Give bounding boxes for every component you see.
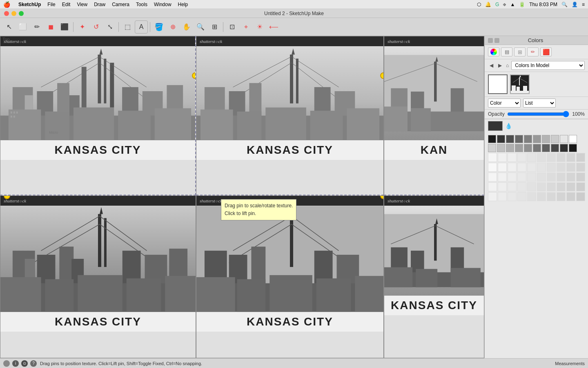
empty-swatch	[488, 182, 497, 191]
menu-list-icon[interactable]: ≡	[582, 2, 585, 7]
tile-5: shutterstock	[196, 195, 384, 358]
color-crayon-btn[interactable]: ✏	[527, 47, 539, 56]
opacity-slider[interactable]	[507, 112, 569, 117]
push-pull-tool[interactable]: ⬛	[58, 20, 71, 34]
home-icon[interactable]: ⌂	[505, 62, 510, 69]
zoom-tool[interactable]: 🔍	[194, 20, 207, 34]
swatch-1-7[interactable]	[551, 144, 559, 152]
color-wheel-btn[interactable]	[488, 47, 499, 56]
empty-swatch	[508, 163, 517, 172]
swatch-white[interactable]	[488, 74, 508, 94]
move-tool[interactable]: ✦	[76, 20, 89, 34]
paint-bucket-tool[interactable]: 🪣	[152, 20, 165, 34]
color-source-select[interactable]: Colors In ModelBrick and CladdingCarpet …	[511, 61, 585, 70]
empty-swatch	[498, 163, 507, 172]
eraser-tool[interactable]: ⬜	[16, 20, 29, 34]
empty-swatch	[566, 163, 575, 172]
apple-menu[interactable]: 🍎	[3, 1, 10, 8]
nav-forward-arrow[interactable]: ▶	[497, 62, 503, 69]
color-paint-btn[interactable]: 🟥	[540, 47, 552, 56]
sliders-icon: ▤	[505, 49, 509, 55]
orbit-tool[interactable]: ⊕	[166, 20, 179, 34]
menu-window[interactable]: Window	[154, 2, 172, 7]
empty-swatch	[517, 182, 526, 191]
swatch-1-6[interactable]	[542, 144, 550, 152]
menu-file[interactable]: File	[47, 2, 55, 7]
pin-top-right-1[interactable]	[192, 72, 196, 79]
rotate-tool[interactable]: ↺	[89, 20, 102, 34]
swatch-0-3[interactable]	[515, 135, 523, 143]
swatch-skyline[interactable]	[510, 74, 530, 94]
empty-swatch	[527, 163, 536, 172]
panel-min-btn[interactable]	[494, 38, 499, 43]
swatch-0-0[interactable]	[488, 135, 496, 143]
camera-prev-tool[interactable]: ⟵	[267, 20, 280, 34]
svg-rect-95	[196, 277, 235, 312]
menu-sketchup[interactable]: SketchUp	[18, 2, 41, 7]
swatch-0-5[interactable]	[533, 135, 541, 143]
swatch-1-0[interactable]	[488, 144, 496, 152]
swatch-1-2[interactable]	[506, 144, 514, 152]
swatch-0-9[interactable]	[569, 135, 577, 143]
maximize-button[interactable]	[19, 11, 24, 16]
swatch-1-5[interactable]	[533, 144, 541, 152]
menu-help[interactable]: Help	[178, 2, 188, 7]
text-tool[interactable]: A	[135, 20, 148, 34]
tape-tool[interactable]: ⬚	[121, 20, 134, 34]
list-type-select[interactable]: List	[523, 99, 556, 108]
menu-user-icon[interactable]: 👤	[572, 2, 578, 7]
pan-tool[interactable]: ✋	[180, 20, 193, 34]
swatch-0-1[interactable]	[497, 135, 505, 143]
svg-rect-48	[347, 108, 379, 140]
swatch-1-1[interactable]	[497, 144, 505, 152]
panel-close-btn[interactable]	[488, 38, 493, 43]
status-icon-circle	[3, 360, 10, 367]
swatch-1-8[interactable]	[560, 144, 568, 152]
swatch-0-8[interactable]	[560, 135, 568, 143]
axes-tool[interactable]: ⌖	[239, 20, 252, 34]
menu-draw[interactable]: Draw	[94, 2, 105, 7]
tile-6-city: KANSAS CITY	[384, 296, 484, 315]
menu-tools[interactable]: Tools	[136, 2, 147, 7]
swatch-1-3[interactable]	[515, 144, 523, 152]
svg-rect-120	[511, 91, 530, 94]
crayon-icon: ✏	[531, 49, 535, 55]
svg-rect-44	[200, 110, 233, 140]
color-wheel-icon	[490, 49, 497, 55]
menu-search-icon[interactable]: 🔍	[561, 2, 568, 7]
menu-edit[interactable]: Edit	[62, 2, 71, 7]
shadows-tool[interactable]: ☀	[253, 20, 266, 34]
swatch-0-4[interactable]	[524, 135, 532, 143]
zoom-ext-tool[interactable]: ⊞	[208, 20, 221, 34]
tile-2: shutterstock	[196, 36, 384, 195]
shape-tool[interactable]: ◼	[44, 20, 57, 34]
pin-top-right-2[interactable]	[380, 72, 384, 79]
tile-4-city: KANSAS CITY	[0, 312, 196, 332]
eyedropper-tool-icon[interactable]: 💧	[505, 123, 512, 129]
swatch-0-7[interactable]	[551, 135, 559, 143]
svg-rect-2	[104, 59, 106, 103]
color-sliders-btn[interactable]: ▤	[501, 47, 512, 56]
menu-view[interactable]: View	[77, 2, 87, 7]
scale-tool[interactable]: ⤡	[103, 20, 116, 34]
svg-rect-46	[265, 108, 306, 140]
menu-camera[interactable]: Camera	[112, 2, 129, 7]
section-tool[interactable]: ⊡	[225, 20, 238, 34]
toolbar-separator-3	[150, 22, 150, 32]
current-color-swatch[interactable]	[488, 121, 503, 131]
swatch-1-4[interactable]	[524, 144, 532, 152]
color-palette-btn[interactable]: ⊞	[514, 47, 526, 56]
select-tool[interactable]: ↖	[2, 20, 16, 34]
canvas-area[interactable]: Top shutterstock	[0, 36, 484, 358]
pencil-tool[interactable]: ✏	[30, 20, 43, 34]
minimize-button[interactable]	[11, 11, 16, 16]
swatch-0-6[interactable]	[542, 135, 550, 143]
color-list-controls: Color List	[485, 97, 588, 110]
color-type-select[interactable]: Color	[488, 99, 521, 108]
nav-back-arrow[interactable]: ◀	[488, 62, 495, 69]
menu-bluetooth-icon: ⎆	[503, 2, 506, 7]
swatch-1-9[interactable]	[569, 144, 577, 152]
statusbar: i ⊙ ? Drag pins to position texture. Cli…	[0, 358, 588, 368]
swatch-0-2[interactable]	[506, 135, 514, 143]
close-button[interactable]	[4, 11, 9, 16]
